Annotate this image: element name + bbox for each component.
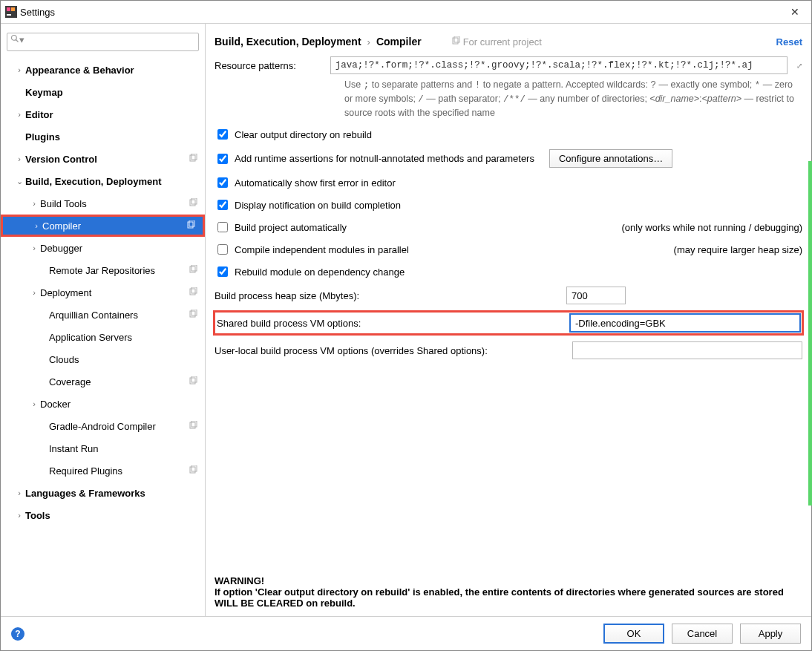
svg-rect-8 [190, 200, 195, 206]
tree-item-appearance-behavior[interactable]: ›Appearance & Behavior [1, 59, 205, 81]
svg-rect-21 [191, 421, 197, 427]
chevron-right-icon[interactable]: › [14, 511, 24, 520]
for-project-label: For current project [451, 36, 542, 48]
settings-tree[interactable]: ›Appearance & BehaviorKeymap›EditorPlugi… [1, 56, 205, 612]
chk-build-notification[interactable]: Display notification on build completion [215, 197, 401, 212]
tree-item-deployment[interactable]: ›Deployment [1, 281, 205, 304]
warning-block: WARNING! If option 'Clear output directo… [215, 575, 802, 609]
svg-rect-6 [190, 155, 195, 161]
search-input[interactable]: ▾ [7, 33, 199, 51]
tree-item-languages-frameworks[interactable]: ›Languages & Frameworks [1, 482, 205, 504]
chk-parallel-compile[interactable]: Compile independent modules in parallel [215, 242, 409, 257]
chevron-right-icon[interactable]: › [29, 288, 39, 297]
settings-window: Settings ✕ ▾ ›Appearance & BehaviorKeyma… [0, 0, 812, 651]
chevron-right-icon[interactable]: › [29, 243, 39, 252]
tree-item-build-execution-deployment[interactable]: ⌄Build, Execution, Deployment [1, 170, 205, 192]
resource-patterns-input[interactable] [330, 56, 788, 74]
svg-rect-11 [189, 220, 194, 226]
tree-item-build-tools[interactable]: ›Build Tools [1, 192, 205, 215]
help-icon[interactable]: ? [11, 627, 24, 641]
tree-item-label: Build Tools [39, 198, 87, 209]
svg-rect-22 [190, 467, 195, 473]
svg-rect-1 [7, 7, 10, 11]
configure-annotations-button[interactable]: Configure annotations… [549, 149, 672, 168]
tree-item-label: Version Control [24, 154, 97, 165]
local-vm-input[interactable] [572, 341, 802, 359]
tree-item-remote-jar-repositories[interactable]: Remote Jar Repositories [1, 259, 205, 281]
tree-item-label: Tools [24, 510, 50, 521]
project-level-icon [189, 154, 197, 165]
dialog-footer: ? OK Cancel Apply [1, 616, 811, 650]
ok-button[interactable]: OK [603, 624, 664, 644]
tree-item-label: Keymap [24, 87, 63, 98]
tree-item-editor[interactable]: ›Editor [1, 103, 205, 125]
tree-item-clouds[interactable]: Clouds [1, 348, 205, 370]
svg-rect-14 [190, 289, 195, 295]
tree-item-label: Instant Run [48, 443, 99, 454]
sidebar: ▾ ›Appearance & BehaviorKeymap›EditorPlu… [1, 24, 206, 616]
project-level-icon [189, 265, 197, 276]
search-icon: ▾ [10, 34, 27, 45]
tree-item-keymap[interactable]: Keymap [1, 81, 205, 103]
apply-button[interactable]: Apply [740, 624, 801, 644]
copy-icon [451, 36, 460, 48]
search-field[interactable] [27, 33, 191, 46]
tree-item-label: Editor [24, 109, 53, 120]
svg-rect-17 [191, 310, 197, 315]
chk-build-auto[interactable]: Build project automatically [215, 220, 347, 235]
chk-clear-output[interactable]: Clear output directory on rebuild [215, 127, 372, 142]
tree-item-gradle-android-compiler[interactable]: Gradle-Android Compiler [1, 415, 205, 437]
shared-vm-input[interactable] [570, 314, 800, 332]
tree-item-coverage[interactable]: Coverage [1, 370, 205, 393]
heap-size-input[interactable] [566, 287, 626, 304]
tree-item-docker[interactable]: ›Docker [1, 393, 205, 415]
chk-auto-show-error[interactable]: Automatically show first error in editor [215, 175, 396, 190]
crumb-build[interactable]: Build, Execution, Deployment [215, 36, 361, 48]
breadcrumb: Build, Execution, Deployment › Compiler … [215, 31, 802, 52]
tree-item-label: Required Plugins [48, 465, 122, 477]
svg-rect-25 [454, 36, 459, 42]
chevron-down-icon[interactable]: ⌄ [14, 177, 24, 186]
app-icon [5, 6, 17, 18]
tree-item-required-plugins[interactable]: Required Plugins [1, 459, 205, 482]
resource-patterns-label: Resource patterns: [215, 60, 296, 71]
tree-item-compiler[interactable]: ›Compiler [1, 215, 205, 237]
chevron-right-icon[interactable]: › [14, 65, 24, 74]
tree-item-label: Deployment [39, 287, 91, 298]
tree-item-arquillian-containers[interactable]: Arquillian Containers [1, 304, 205, 326]
close-button[interactable]: ✕ [779, 1, 811, 23]
chk-runtime-assertions[interactable]: Add runtime assertions for notnull-annot… [215, 151, 534, 166]
tree-item-tools[interactable]: ›Tools [1, 504, 205, 526]
tree-item-label: Languages & Frameworks [24, 488, 145, 499]
tree-item-application-servers[interactable]: Application Servers [1, 326, 205, 348]
tree-item-debugger[interactable]: ›Debugger [1, 237, 205, 259]
tree-item-label: Plugins [24, 131, 60, 143]
cancel-button[interactable]: Cancel [672, 624, 733, 644]
chevron-right-icon[interactable]: › [31, 221, 42, 230]
reset-link[interactable]: Reset [776, 36, 802, 48]
tree-item-plugins[interactable]: Plugins [1, 125, 205, 148]
svg-rect-15 [191, 287, 197, 293]
chk-rebuild-dep[interactable]: Rebuild module on dependency change [215, 264, 405, 279]
chevron-right-icon[interactable]: › [14, 154, 24, 163]
chevron-right-icon[interactable]: › [29, 199, 39, 208]
chevron-right-icon[interactable]: › [14, 110, 24, 119]
modified-indicator [808, 161, 812, 506]
project-level-icon [189, 287, 197, 298]
project-level-icon [189, 198, 197, 209]
svg-rect-9 [191, 198, 197, 204]
chevron-right-icon[interactable]: › [14, 488, 24, 497]
svg-rect-23 [191, 465, 197, 471]
tree-item-label: Arquillian Containers [48, 310, 138, 321]
expand-icon[interactable]: ⤢ [793, 62, 802, 70]
tree-item-instant-run[interactable]: Instant Run [1, 437, 205, 459]
window-title: Settings [17, 7, 55, 18]
tree-item-label: Debugger [39, 243, 82, 254]
shared-vm-row: Shared build process VM options: [213, 310, 804, 336]
resource-patterns-help: Use ; to separate patterns and ! to nega… [215, 78, 802, 120]
svg-rect-2 [11, 7, 15, 11]
tree-item-version-control[interactable]: ›Version Control [1, 148, 205, 170]
chevron-right-icon[interactable]: › [29, 399, 39, 408]
project-level-icon [186, 220, 195, 232]
tree-item-label: Remote Jar Repositories [48, 265, 155, 276]
